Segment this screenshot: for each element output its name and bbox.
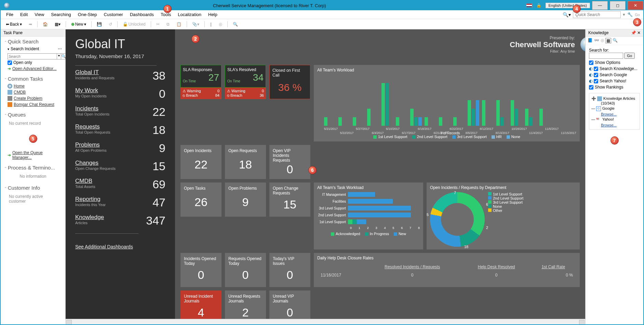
see-additional-link[interactable]: See Additional Dashboards bbox=[75, 244, 133, 249]
undo-button[interactable]: ↺ bbox=[106, 21, 115, 28]
toolbar: ⬅ Back ▾ ➡ 🏠 ▦▾ ⊕ New ▾ 💾 ↺ 🔓 Unlocked ✂… bbox=[1, 19, 643, 29]
kpi-cmdb[interactable]: CMDBTotal Assets69 bbox=[75, 178, 165, 191]
tree-google[interactable]: — GGoogle bbox=[591, 106, 638, 111]
closed-first-call-tile[interactable]: Closed on First Call 36 % bbox=[269, 65, 310, 99]
open-queue-manager-link[interactable]: Open the Queue Manager... bbox=[12, 150, 62, 160]
tree-yahoo[interactable]: — Y!Yahoo! bbox=[591, 117, 638, 122]
kpi-global-it[interactable]: Global ITIncidents and Requests38 bbox=[75, 69, 165, 82]
horizontal-scrollbar[interactable] bbox=[66, 319, 585, 324]
closure-rates-table[interactable]: Daily Help Desk Closure Rates Resolved I… bbox=[314, 253, 580, 287]
tree-knowledge-articles[interactable]: ➕ Knowledge Articles(10/343) bbox=[591, 96, 638, 105]
sla-resolved-tile[interactable]: SLA's Resolved On Time34 ⚠ Warning0 ⦸ Br… bbox=[225, 65, 266, 99]
attach-button[interactable]: 📎▾ bbox=[190, 21, 202, 28]
google-browse-link[interactable]: Browse... bbox=[601, 112, 638, 116]
common-tasks-title[interactable]: Common Tasks bbox=[4, 76, 62, 82]
knowledge-search-input[interactable] bbox=[589, 53, 623, 59]
donut-chart[interactable]: Open Incidents / Requests by Department … bbox=[427, 182, 580, 249]
customer-title[interactable]: Customer Info bbox=[4, 185, 62, 191]
search-incident-label[interactable]: Search Incident bbox=[11, 46, 39, 51]
brand-logo-icon bbox=[580, 37, 585, 52]
home-button[interactable]: 🏠 bbox=[40, 21, 50, 28]
annotation-1: 1 bbox=[163, 5, 172, 13]
sla-responses-tile[interactable]: SLA Responses On Time27 ⚠ Warning0 ⦸ Bre… bbox=[180, 65, 222, 99]
menu-customer[interactable]: Customer bbox=[100, 11, 126, 18]
wrench-icon[interactable]: 🔧 bbox=[627, 12, 633, 17]
kpi-reporting[interactable]: ReportingIncidents this Year47 bbox=[75, 196, 165, 209]
go-text[interactable]: Go bbox=[635, 13, 640, 17]
search-yahoo-checkbox[interactable] bbox=[594, 79, 598, 83]
open-only-checkbox[interactable] bbox=[8, 60, 12, 65]
glasses-icon[interactable]: 👓 bbox=[594, 38, 599, 43]
copy-button[interactable]: ⧉ bbox=[164, 21, 172, 28]
maximize-button[interactable]: ◻ bbox=[610, 1, 626, 10]
open-advanced-editor-link[interactable]: Open Advanced Editor... bbox=[12, 66, 56, 71]
queues-title[interactable]: Queues bbox=[4, 112, 62, 118]
tile-open-tasks[interactable]: Open Tasks26 bbox=[180, 182, 222, 217]
grid-button[interactable]: ▦▾ bbox=[52, 21, 63, 28]
search-input[interactable] bbox=[8, 53, 57, 59]
minimize-button[interactable]: — bbox=[592, 1, 608, 10]
back-button[interactable]: ⬅ Back ▾ bbox=[3, 21, 24, 28]
task-create-problem[interactable]: Create Problem bbox=[14, 96, 42, 101]
yahoo-browse-link[interactable]: Browse... bbox=[601, 123, 638, 127]
tile-open-requests[interactable]: Open Requests18 bbox=[225, 145, 266, 179]
task-bomgar[interactable]: Bomgar Chat Request bbox=[14, 102, 54, 107]
lock-icon[interactable]: 🔒 bbox=[534, 3, 544, 8]
pin-icon[interactable]: 📌 bbox=[631, 30, 636, 35]
language-selector[interactable]: English (United States) bbox=[546, 3, 590, 8]
search-icon[interactable]: 🔍▾ bbox=[563, 12, 571, 17]
tile-open-incidents[interactable]: Open Incidents22 bbox=[180, 145, 222, 179]
cut-button[interactable]: ✂ bbox=[154, 21, 162, 28]
menu-edit[interactable]: Edit bbox=[17, 11, 31, 18]
close-button[interactable]: ✕ bbox=[628, 1, 643, 10]
target-icon[interactable]: ◎ bbox=[601, 38, 604, 43]
close-pane-icon[interactable]: ✕ bbox=[637, 30, 641, 35]
search-knowledge-checkbox[interactable] bbox=[594, 67, 598, 71]
menu-searching[interactable]: Searching bbox=[48, 11, 75, 18]
grid-icon[interactable]: ▦ bbox=[605, 38, 611, 43]
search-google-checkbox[interactable] bbox=[594, 73, 598, 77]
tile-incidents-opened-today[interactable]: Incidents Opened Today0 bbox=[180, 253, 222, 287]
menu-onestep[interactable]: One-Step bbox=[75, 11, 100, 18]
kpi-changes[interactable]: ChangesOpen Change Requests15 bbox=[75, 160, 165, 173]
book-icon[interactable]: 📘 bbox=[588, 38, 593, 43]
dashboard-date: Thursday, November 16, 2017 bbox=[75, 53, 165, 59]
tile-open-problems[interactable]: Open Problems9 bbox=[225, 182, 266, 217]
unlock-button[interactable]: 🔓 Unlocked bbox=[120, 21, 148, 28]
kpi-incidents[interactable]: IncidentsTotal Open Incidents22 bbox=[75, 105, 165, 119]
task-cmdb[interactable]: CMDB bbox=[14, 90, 26, 95]
quick-search-input[interactable] bbox=[573, 11, 621, 18]
tile-today-s-vip-issues[interactable]: Today's VIP Issues0 bbox=[269, 253, 310, 287]
menu-help[interactable]: Help bbox=[205, 11, 221, 18]
menu-file[interactable]: File bbox=[3, 11, 17, 18]
kpi-knowledge[interactable]: KnowledgeArticles347 bbox=[75, 214, 165, 227]
paste-button[interactable]: 📋 bbox=[174, 21, 184, 28]
kpi-my-work[interactable]: My WorkMy Open Incidents0 bbox=[75, 87, 165, 100]
tile-open-vip-incidents-requests[interactable]: Open VIP Incidents Requests0 bbox=[269, 145, 310, 179]
kpi-requests[interactable]: RequestsTotal Open Requests18 bbox=[75, 123, 165, 137]
show-options-checkbox[interactable] bbox=[589, 60, 593, 65]
menu-localization[interactable]: Localization bbox=[174, 11, 205, 18]
tile-open-change-requests[interactable]: Open Change Requests15 bbox=[269, 182, 310, 217]
pause-button[interactable]: ‖ bbox=[207, 21, 214, 28]
quick-search-title[interactable]: Quick Search bbox=[4, 39, 62, 44]
workload-chart[interactable]: All Team's Workload 5/21/20175/22/20175/… bbox=[314, 65, 580, 141]
menu-dashboards[interactable]: Dashboards bbox=[126, 11, 157, 18]
kpi-problems[interactable]: ProblemsAll Open Problems9 bbox=[75, 141, 165, 155]
process-title[interactable]: Process & Termino... bbox=[4, 165, 62, 171]
search-toolbar-icon[interactable]: 🔍 bbox=[230, 21, 240, 28]
presented-by-label: Presented by: bbox=[510, 36, 575, 40]
go-button[interactable]: Go bbox=[624, 53, 635, 59]
forward-button[interactable]: ➡ bbox=[26, 21, 35, 28]
new-button[interactable]: ⊕ New ▾ bbox=[69, 21, 89, 28]
tile-requests-opened-today[interactable]: Requests Opened Today0 bbox=[225, 253, 266, 287]
dashboard-title: Global IT bbox=[75, 37, 165, 51]
show-rankings-checkbox[interactable] bbox=[589, 85, 593, 90]
task-workload-chart[interactable]: All Team's Task Workload IT ManagementFa… bbox=[314, 182, 423, 249]
task-home[interactable]: Home bbox=[14, 84, 25, 89]
menu-view[interactable]: View bbox=[31, 11, 48, 18]
search-icon[interactable]: 🔍 bbox=[613, 38, 618, 43]
record-button[interactable]: ◎ bbox=[216, 21, 225, 28]
search-dropdown-icon[interactable]: ▾ bbox=[623, 12, 625, 17]
save-button[interactable]: 💾 bbox=[94, 21, 104, 28]
